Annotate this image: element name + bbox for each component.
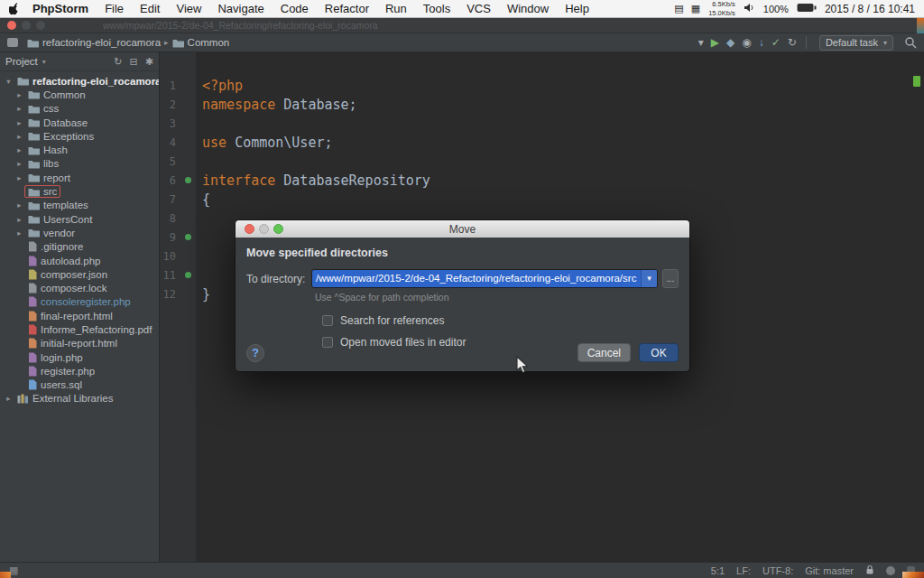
tree-item-autoload-php[interactable]: autoload.php — [0, 254, 159, 267]
cancel-button[interactable]: Cancel — [578, 343, 631, 362]
tree-item-login-php[interactable]: login.php — [0, 350, 159, 364]
ok-button[interactable]: OK — [639, 343, 679, 362]
inspection-indicator[interactable] — [913, 76, 920, 87]
line-number[interactable]: 12 — [160, 288, 180, 301]
checkbox-box[interactable] — [322, 315, 333, 326]
gutter-marker-icon[interactable] — [180, 272, 196, 278]
breadcrumb-item-refactoring-eloi-rocamora[interactable]: refactoring-eloi_rocamora — [27, 37, 161, 48]
menu-refactor[interactable]: Refactor — [325, 2, 369, 15]
coverage-icon[interactable]: ◉ — [742, 37, 751, 48]
menu-navigate[interactable]: Navigate — [217, 2, 263, 15]
window-minimize-button[interactable] — [22, 21, 31, 30]
help-button[interactable]: ? — [246, 344, 264, 362]
tree-item-templates[interactable]: ▸templates — [0, 199, 159, 212]
tree-item-informe-refactoring-pdf[interactable]: Informe_Refactoring.pdf — [0, 322, 159, 336]
tree-item-external-libraries[interactable]: ▸External Libraries — [0, 392, 159, 406]
code-text[interactable]: } — [196, 286, 210, 303]
line-number[interactable]: 11 — [160, 269, 180, 282]
tree-item-users-sql[interactable]: users.sql — [0, 378, 159, 392]
tree-item-src[interactable]: src — [0, 184, 159, 198]
lock-icon[interactable] — [865, 564, 874, 577]
line-number[interactable]: 10 — [160, 250, 180, 263]
apple-menu-icon[interactable] — [9, 3, 20, 15]
app-menu[interactable]: PhpStorm — [32, 2, 88, 15]
tree-item-common[interactable]: ▸Common — [0, 88, 159, 101]
debug-icon[interactable]: ◆ — [726, 37, 735, 48]
collapse-all-icon[interactable]: ⊟ — [130, 56, 138, 68]
line-number[interactable]: 8 — [160, 212, 180, 225]
breadcrumb-item-common[interactable]: Common — [172, 37, 230, 48]
line-number[interactable]: 7 — [160, 193, 180, 206]
menu-help[interactable]: Help — [565, 2, 589, 15]
battery-icon[interactable] — [797, 3, 817, 15]
menu-window[interactable]: Window — [507, 2, 549, 15]
settings-icon[interactable]: ✱ — [145, 56, 153, 68]
menu-code[interactable]: Code — [281, 2, 309, 15]
encoding-widget[interactable]: UTF-8: — [762, 565, 793, 576]
vcs-commit-icon[interactable]: ✓ — [772, 37, 781, 48]
menu-vcs[interactable]: VCS — [467, 2, 491, 15]
tree-item-composer-lock[interactable]: composer.lock — [0, 281, 159, 294]
vcs-update-icon[interactable]: ↓ — [759, 37, 764, 48]
line-number[interactable]: 5 — [160, 155, 180, 168]
tree-item-vendor[interactable]: ▸vendor — [0, 226, 159, 239]
menu-bar-clock[interactable]: 2015 / 8 / 16 10:41 — [825, 3, 915, 15]
gutter-marker-icon[interactable] — [180, 177, 196, 183]
tree-item-register-php[interactable]: register.php — [0, 364, 159, 378]
search-everywhere-icon[interactable] — [904, 36, 917, 49]
directory-combobox[interactable]: /www/mpwar/2015-2/de-04_Refactoring/refa… — [311, 269, 658, 288]
code-text[interactable]: use Common\User; — [196, 135, 333, 151]
combo-dropdown-icon[interactable]: ▾ — [641, 270, 657, 287]
line-number[interactable]: 3 — [160, 117, 180, 130]
task-selector[interactable]: Default task ▾ — [819, 35, 893, 51]
gutter-marker-icon[interactable] — [180, 234, 196, 240]
menu-file[interactable]: File — [105, 2, 124, 15]
dialog-title-bar[interactable]: Move — [236, 220, 689, 238]
synchronize-icon[interactable]: ↻ — [114, 56, 122, 68]
tree-item-consoleregister-php[interactable]: consoleregister.php — [0, 295, 159, 309]
menu-view[interactable]: View — [176, 2, 201, 15]
menu-run[interactable]: Run — [385, 2, 407, 15]
window-zoom-button[interactable] — [36, 21, 45, 30]
menu-tools[interactable]: Tools — [423, 2, 450, 15]
tree-item-initial-report-html[interactable]: initial-report.html — [0, 337, 159, 350]
menu-edit[interactable]: Edit — [140, 2, 160, 15]
window-close-button[interactable] — [7, 21, 16, 30]
tree-item-exceptions[interactable]: ▸Exceptions — [0, 129, 159, 143]
line-number[interactable]: 6 — [160, 174, 180, 187]
line-number[interactable]: 4 — [160, 136, 180, 149]
project-view-selector[interactable]: Project — [5, 56, 38, 67]
inspection-profile-icon[interactable] — [886, 566, 895, 575]
directory-path-value[interactable]: /www/mpwar/2015-2/de-04_Refactoring/refa… — [312, 270, 641, 287]
checkbox-box[interactable] — [322, 337, 333, 348]
tree-item-database[interactable]: ▸Database — [0, 116, 159, 129]
browse-button[interactable]: ... — [662, 269, 679, 288]
line-number[interactable]: 2 — [160, 98, 180, 111]
tree-item-css[interactable]: ▸css — [0, 102, 159, 116]
tree-item-refactoring-eloi-rocamora[interactable]: ▾refactoring-eloi_rocamora — [0, 74, 159, 88]
tree-item-userscont[interactable]: ▸UsersCont — [0, 212, 159, 226]
line-ending-widget[interactable]: LF: — [736, 565, 751, 576]
line-number[interactable]: 9 — [160, 231, 180, 244]
run-icon[interactable]: ▶ — [711, 37, 719, 48]
window-title-bar[interactable]: www/mpwar/2015-2/de-04_Refactoring/refac… — [0, 18, 924, 33]
line-number[interactable]: 1 — [160, 79, 180, 92]
dialog-zoom-button[interactable] — [273, 224, 283, 234]
git-branch-widget[interactable]: Git: master — [805, 565, 854, 576]
caret-position-widget[interactable]: 5:1 — [711, 565, 725, 576]
code-text[interactable]: interface DatabaseRepository — [196, 172, 430, 189]
tree-item-report[interactable]: ▸report — [0, 171, 159, 184]
tree-item-composer-json[interactable]: composer.json — [0, 267, 159, 281]
tree-item-libs[interactable]: ▸libs — [0, 157, 159, 171]
code-text[interactable]: <?php — [196, 78, 243, 94]
history-icon[interactable]: ↻ — [788, 37, 797, 48]
display-menu-icon[interactable]: ▤ — [674, 3, 683, 14]
code-text[interactable]: namespace Database; — [196, 97, 357, 113]
tree-item-hash[interactable]: ▸Hash — [0, 143, 159, 156]
checkbox-search-for-references[interactable]: Search for references — [322, 314, 679, 327]
volume-icon[interactable] — [744, 3, 755, 15]
tree-item-final-report-html[interactable]: final-report.html — [0, 309, 159, 322]
meter-menu-icon[interactable]: ▦ — [691, 3, 700, 14]
overflow-chevron-icon[interactable]: ▾ — [698, 37, 704, 48]
tree-item-gitignore[interactable]: .gitignore — [0, 240, 159, 254]
